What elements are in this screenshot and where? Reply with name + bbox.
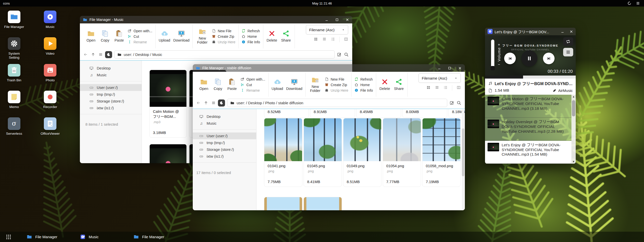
sidebar-item-desktop[interactable]: Desktop [193,113,256,120]
sidebar-item-ixtw-is1[interactable]: ixtw (is1:/) [80,105,142,111]
toolbar-rename[interactable]: Rename [128,40,152,44]
titlebar[interactable]: File Manager - Music [80,16,352,23]
vertical-scrollbar[interactable] [462,110,464,210]
desktop-icon-officeviewer[interactable]: OfficeViewer [39,117,61,144]
app-launcher-button[interactable] [4,232,13,241]
toolbar-share[interactable]: Share [393,78,404,91]
toolbar-file-info[interactable]: File Info [355,88,373,93]
toolbar-cut[interactable]: Cut [128,34,152,39]
toolbar-refresh[interactable]: Refresh [355,77,373,82]
toolbar-create-zip[interactable]: Create Zip [212,34,235,39]
player-titlebar[interactable]: Let’s Enjoy @ フリーBGM DOV... [485,28,576,35]
toolbar-paste[interactable]: Paste [227,78,238,91]
desktop-icon-video[interactable]: Video [39,37,61,64]
menu-icon[interactable] [99,52,103,57]
search-icon[interactable] [457,100,461,105]
playlist-item[interactable]: Let's Enjoy @ フリーBGM DOVA-SYNDROME OFFIC… [485,141,571,164]
minimize-button[interactable] [561,30,564,33]
close-button[interactable] [458,66,462,70]
sidebar-item-desktop[interactable]: Desktop [80,65,142,72]
toolbar-delete[interactable]: Delete [379,78,390,91]
toolbar-rename[interactable]: Rename [241,88,265,93]
previous-track-button[interactable] [504,53,516,64]
file-card-partial[interactable]: 8.91MB [310,109,355,118]
back-icon[interactable] [196,101,201,105]
file-card-partial[interactable]: 8.52MB [264,109,309,118]
next-track-button[interactable] [543,53,555,64]
file-card-partial[interactable]: 8.45MB [356,109,401,118]
toolbar-cut[interactable]: Cut [241,83,265,87]
path-input[interactable]: user: / Desktop / Photo / stable diffusi… [227,99,447,107]
pause-button[interactable] [521,50,537,66]
dark-mode-button[interactable] [218,99,225,107]
taskbar-item-file-manager[interactable]: File Manager [25,234,79,239]
scroll-up-icon[interactable]: ▲ [572,95,575,98]
toolbar-create-zip[interactable]: Create Zip [325,83,348,87]
close-button[interactable] [345,18,349,22]
view-columns-button[interactable] [344,37,348,42]
file-card-01045-png[interactable]: 01045.png.png8.41MB [304,118,342,187]
volume-knob[interactable] [491,66,495,70]
sort-dropdown[interactable]: Filename (Asc) [306,25,348,34]
desktop-icon-memo[interactable]: Memo [3,91,25,117]
view-detail-button[interactable] [443,85,448,91]
toolbar-copy[interactable]: Copy [100,30,111,43]
view-list-button[interactable] [435,85,439,91]
file-card[interactable] [264,197,302,210]
up-icon[interactable] [91,52,95,57]
sidebar-item-storage-store[interactable]: Storage (store:/) [193,146,256,153]
toolbar-open[interactable]: Open [85,30,96,43]
desktop-icon-trash-bin[interactable]: Trash Bin [3,64,25,91]
system-menu-icon[interactable] [636,1,640,5]
playlist-menu-button[interactable] [563,48,573,56]
view-detail-button[interactable] [331,37,335,42]
desktop-icon-photo[interactable]: Photo [39,64,61,91]
sidebar-item-user-user[interactable]: User (user:/) [193,132,256,139]
file-area[interactable]: 01041.png.png7.75MB01045.png.png8.41MB01… [256,109,465,210]
toolbar-new-folder[interactable]: New Folder [309,76,322,93]
sidebar-item-tmp-tmp[interactable]: tmp (tmp:/) [80,91,142,98]
toolbar-home[interactable]: Home [355,83,373,87]
toolbar-refresh[interactable]: Refresh [242,29,260,33]
view-columns-button[interactable] [457,85,461,91]
view-list-button[interactable] [322,37,327,42]
toolbar-share[interactable]: Share [280,30,292,43]
volume-slider[interactable] [491,40,494,69]
progress-bar[interactable] [485,76,576,79]
toolbar-unzip-here[interactable]: Unzip Here [325,88,348,93]
desktop-icon-file-manager[interactable]: File Manager [3,11,25,37]
sort-dropdown[interactable]: Filename (Asc) [418,73,461,83]
toolbar-download[interactable]: Download [286,78,303,91]
desktop-icon-recorder[interactable]: Recorder [39,91,61,117]
file-card[interactable] [304,197,342,210]
sidebar-item-tmp-tmp[interactable]: tmp (tmp:/) [193,139,256,146]
toolbar-paste[interactable]: Paste [114,30,125,43]
toolbar-open-with[interactable]: Open with... [241,77,265,82]
toolbar-upload[interactable]: Upload [159,30,170,43]
up-icon[interactable] [204,101,208,105]
toolbar-delete[interactable]: Delete [266,30,277,43]
toolbar-copy[interactable]: Copy [212,78,223,91]
toolbar-new-file[interactable]: New File [212,29,235,33]
playlist-item[interactable]: Holiday Overslept @ フリーBGM DOVA-SYNDROME… [485,118,571,141]
search-icon[interactable] [344,52,349,57]
maximize-button[interactable] [448,66,452,70]
toolbar-new-file[interactable]: New File [325,77,348,82]
edit-path-icon[interactable] [449,100,454,105]
maximize-button[interactable] [335,18,339,22]
titlebar[interactable]: File Manager - stable diffusion [193,64,465,72]
edit-path-icon[interactable] [337,52,342,57]
close-button[interactable] [569,30,573,33]
loading-spinner-icon[interactable] [627,1,631,5]
desktop-icon-music[interactable]: Music [39,11,61,37]
scroll-down-icon[interactable]: ▼ [572,160,575,163]
view-grid-button[interactable] [314,37,318,42]
file-card[interactable] [149,144,187,163]
file-card-01054-png[interactable]: 01054.png.png7.77MB [383,118,421,187]
toolbar-unzip-here[interactable]: Unzip Here [212,40,235,44]
taskbar-item-music[interactable]: Music [79,234,132,239]
path-input[interactable]: user: / Desktop / Music [114,50,335,59]
desktop-icon-serverless[interactable]: σServerless [3,117,25,144]
sidebar-item-music[interactable]: ♫Music [80,72,142,78]
sidebar-item-ixtw-is1[interactable]: ixtw (is1:/) [193,153,256,160]
